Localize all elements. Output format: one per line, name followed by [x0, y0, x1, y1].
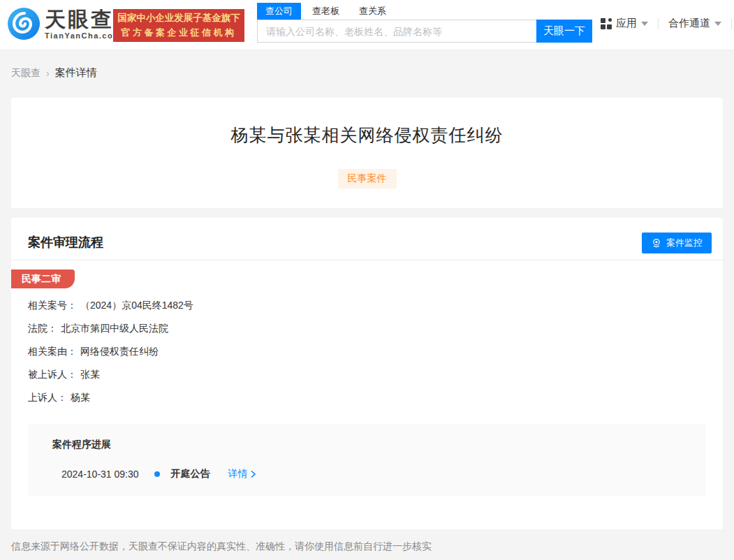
- logo[interactable]: 天眼查 TianYanCha.com: [7, 7, 121, 40]
- gov-badge-line2: 官方备案企业征信机构: [113, 27, 244, 39]
- nav-divider: [658, 18, 659, 29]
- field-label: 上诉人：: [28, 392, 67, 403]
- breadcrumb-separator: ›: [46, 68, 50, 79]
- nav-apps[interactable]: 应用: [601, 17, 648, 30]
- tab-search-company[interactable]: 查公司: [257, 3, 301, 20]
- field-label: 相关案由：: [28, 346, 77, 357]
- tab-search-boss[interactable]: 查老板: [304, 3, 348, 20]
- tianyancha-logo-icon: [7, 7, 41, 40]
- case-header-card: 杨某与张某相关网络侵权责任纠纷 民事案件: [11, 98, 723, 208]
- search-input[interactable]: [257, 20, 536, 43]
- trial-stage-badge: 民事二审: [11, 270, 75, 288]
- case-type-badge: 民事案件: [338, 169, 397, 189]
- monitor-camera-icon: [651, 237, 662, 249]
- caret-down-icon: [714, 22, 721, 26]
- detail-link-label: 详情: [228, 468, 248, 480]
- search-row: 天眼一下: [257, 20, 592, 43]
- field-appellee: 被上诉人：张某: [28, 369, 193, 379]
- field-value: 杨某: [71, 392, 90, 403]
- case-monitor-label: 案件监控: [666, 237, 703, 249]
- nav-apps-label: 应用: [616, 17, 637, 30]
- gov-certification-badge: 国家中小企业发展子基金旗下 官方备案企业征信机构: [113, 9, 244, 42]
- field-label: 法院：: [28, 323, 57, 334]
- field-value: 北京市第四中级人民法院: [61, 323, 168, 334]
- disclaimer-text: 信息来源于网络公开数据，天眼查不保证内容的真实性、准确性，请你使用信息前自行进一…: [11, 540, 432, 553]
- tab-search-relation[interactable]: 查关系: [351, 3, 395, 20]
- brand-domain: TianYanCha.com: [45, 31, 121, 40]
- nav-cooperation[interactable]: 合作通道: [668, 17, 721, 30]
- gov-badge-line1: 国家中小企业发展子基金旗下: [113, 12, 244, 24]
- search-area: 查公司 查老板 查关系 天眼一下: [257, 4, 592, 43]
- field-value: 网络侵权责任纠纷: [80, 346, 159, 357]
- progress-title: 案件程序进展: [52, 439, 111, 451]
- search-tabs: 查公司 查老板 查关系: [257, 4, 592, 20]
- progress-event: 开庭公告: [171, 468, 210, 480]
- progress-row: 2024-10-31 09:30 开庭公告 详情: [61, 468, 256, 480]
- footer: 信息来源于网络公开数据，天眼查不保证内容的真实性、准确性，请你使用信息前自行进一…: [0, 529, 734, 560]
- progress-datetime: 2024-10-31 09:30: [61, 469, 139, 480]
- nav-cooperation-label: 合作通道: [668, 17, 710, 30]
- field-label: 相关案号：: [28, 300, 77, 311]
- section-title: 案件审理流程: [28, 234, 103, 251]
- field-value: （2024）京04民终1482号: [80, 300, 193, 311]
- case-progress-box: 案件程序进展 2024-10-31 09:30 开庭公告 详情: [28, 424, 706, 496]
- trial-process-header: 案件审理流程 案件监控: [11, 218, 723, 260]
- caret-down-icon: [641, 22, 648, 26]
- case-title: 杨某与张某相关网络侵权责任纠纷: [11, 124, 723, 147]
- chevron-right-icon: [250, 470, 256, 478]
- header: 天眼查 TianYanCha.com 国家中小企业发展子基金旗下 官方备案企业征…: [0, 0, 734, 50]
- header-nav: 应用 合作通道: [601, 17, 734, 30]
- nav-divider: [731, 18, 732, 29]
- breadcrumb: 天眼查 › 案件详情: [11, 66, 97, 80]
- case-fields: 相关案号：（2024）京04民终1482号 法院：北京市第四中级人民法院 相关案…: [28, 300, 193, 415]
- case-monitor-button[interactable]: 案件监控: [642, 233, 712, 253]
- field-appellant: 上诉人：杨某: [28, 392, 193, 402]
- logo-text: 天眼查 TianYanCha.com: [45, 8, 121, 40]
- field-court: 法院：北京市第四中级人民法院: [28, 323, 193, 333]
- page: 天眼查 TianYanCha.com 国家中小企业发展子基金旗下 官方备案企业征…: [0, 0, 734, 560]
- brand-name: 天眼查: [45, 8, 121, 31]
- detail-link[interactable]: 详情: [228, 468, 256, 480]
- trial-process-card: 案件审理流程 案件监控 民事二审 相关案号：（2024）京04民终1482号 法…: [11, 218, 723, 529]
- field-label: 被上诉人：: [28, 369, 77, 380]
- field-cause: 相关案由：网络侵权责任纠纷: [28, 346, 193, 356]
- timeline-dot-icon: [154, 471, 160, 477]
- apps-grid-icon: [601, 18, 612, 29]
- search-button[interactable]: 天眼一下: [536, 20, 592, 43]
- field-case-number: 相关案号：（2024）京04民终1482号: [28, 300, 193, 310]
- breadcrumb-current: 案件详情: [55, 66, 97, 80]
- breadcrumb-home[interactable]: 天眼查: [11, 67, 41, 80]
- field-value: 张某: [80, 369, 100, 380]
